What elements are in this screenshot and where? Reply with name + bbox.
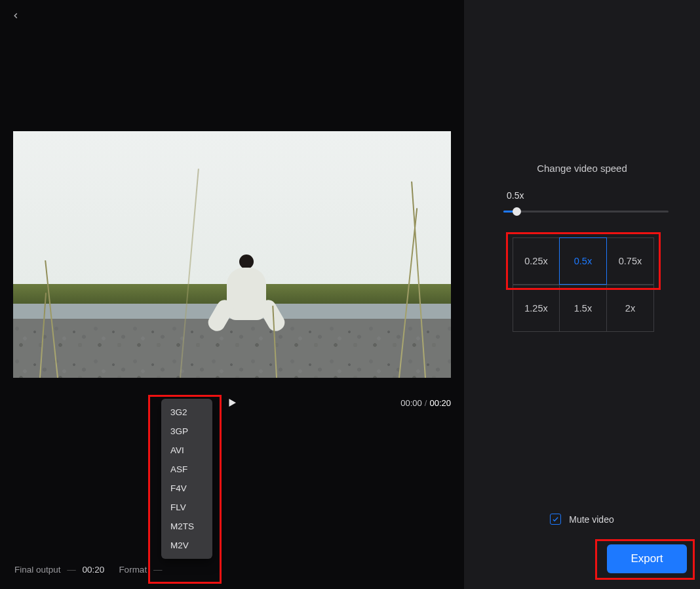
app-root: 00:00/00:20 3G2 3GP AVI ASF F4V FLV M2TS…	[0, 0, 700, 589]
speed-preset-row: 0.25x 0.5x 0.75x	[513, 237, 654, 285]
speed-current-value: 0.5x	[507, 190, 524, 201]
format-label: Format	[119, 565, 147, 575]
format-option[interactable]: M2TS	[161, 517, 212, 536]
playback-time: 00:00/00:20	[400, 398, 451, 408]
export-button[interactable]: Export	[607, 544, 687, 573]
play-icon	[226, 397, 238, 409]
format-dropdown[interactable]: 3G2 3GP AVI ASF F4V FLV M2TS M2V	[161, 399, 212, 559]
mute-row: Mute video	[464, 514, 700, 525]
check-icon	[552, 516, 559, 523]
chevron-left-icon	[11, 11, 20, 20]
speed-preset-row: 1.25x 1.5x 2x	[513, 285, 654, 332]
speed-preset[interactable]: 1.5x	[560, 285, 607, 332]
mute-checkbox[interactable]	[550, 514, 561, 525]
speed-preset[interactable]: 0.75x	[607, 237, 654, 285]
final-output-value: 00:20	[83, 565, 105, 575]
bottom-bar: Final output — 00:20 Format —	[0, 550, 464, 589]
format-option[interactable]: F4V	[161, 479, 212, 498]
format-option[interactable]: ASF	[161, 460, 212, 479]
slider-thumb[interactable]	[513, 207, 521, 216]
time-separator: /	[425, 398, 427, 408]
back-button[interactable]	[9, 9, 22, 22]
speed-preset[interactable]: 0.25x	[513, 237, 560, 285]
speed-slider[interactable]	[503, 206, 669, 216]
format-option[interactable]: 3GP	[161, 422, 212, 441]
svg-marker-0	[229, 399, 237, 407]
preview-panel: 00:00/00:20 3G2 3GP AVI ASF F4V FLV M2TS…	[0, 0, 464, 589]
settings-panel: Change video speed 0.5x 0.25x 0.5x 0.75x…	[464, 0, 700, 589]
format-option[interactable]: AVI	[161, 441, 212, 460]
total-time: 00:20	[429, 398, 451, 408]
play-button[interactable]	[224, 394, 241, 411]
slider-track	[503, 211, 669, 213]
speed-section-title: Change video speed	[464, 163, 700, 174]
video-preview	[13, 131, 451, 378]
final-output-label: Final output	[14, 565, 61, 575]
current-time: 00:00	[400, 398, 422, 408]
mute-label: Mute video	[569, 514, 613, 525]
format-option[interactable]: FLV	[161, 498, 212, 517]
speed-preset[interactable]: 1.25x	[513, 285, 560, 332]
speed-preset[interactable]: 2x	[607, 285, 654, 332]
speed-preset-selected[interactable]: 0.5x	[559, 237, 607, 285]
playback-controls: 00:00/00:20	[13, 391, 451, 415]
format-option[interactable]: 3G2	[161, 403, 212, 422]
